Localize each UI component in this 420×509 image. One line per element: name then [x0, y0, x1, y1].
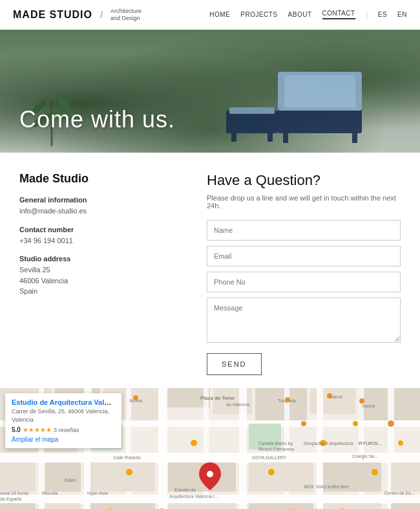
- svg-rect-11: [284, 75, 355, 107]
- nav-projects[interactable]: PROJECTS: [240, 11, 277, 18]
- rating-number: 5.0: [12, 426, 21, 433]
- svg-rect-8: [268, 131, 273, 142]
- address-line1: Sevilla 25: [19, 266, 50, 274]
- svg-point-63: [126, 469, 132, 475]
- hero-chair-icon: [226, 59, 368, 143]
- svg-rect-46: [0, 503, 36, 509]
- site-header: MADE STUDIO / Architecture and Design HO…: [0, 0, 420, 30]
- expand-map-link[interactable]: Ampliar el mapa: [12, 436, 115, 443]
- svg-rect-41: [90, 462, 155, 492]
- svg-rect-30: [158, 388, 167, 509]
- main-nav: HOME PROJECTS ABOUT CONTACT | ES EN: [209, 10, 407, 19]
- studio-address: Sevilla 25 46006 Valencia Spain: [19, 265, 181, 297]
- general-info-label: General information: [19, 196, 181, 204]
- svg-rect-47: [45, 503, 81, 509]
- svg-point-125: [133, 395, 138, 400]
- logo-text: MADE STUDIO: [13, 9, 92, 21]
- svg-rect-51: [323, 503, 381, 509]
- logo-area: MADE STUDIO / Architecture and Design: [13, 8, 142, 22]
- svg-rect-52: [391, 503, 420, 509]
- main-content: Made Studio General information info@mad…: [0, 153, 420, 388]
- contact-form-section: Have a Question? Please drop us a line a…: [207, 172, 401, 375]
- form-heading: Have a Question?: [207, 172, 401, 189]
- svg-text:Despacho 8-arquitectura: Despacho 8-arquitectura: [304, 441, 353, 446]
- general-info-email: info@made-studio.es: [19, 206, 181, 217]
- svg-point-74: [301, 421, 306, 426]
- reviews-count: 3 reseñas: [54, 427, 79, 433]
- contact-info-heading: Made Studio: [19, 172, 181, 186]
- svg-text:Miscota: Miscota: [42, 491, 58, 495]
- nav-lang-en[interactable]: EN: [397, 11, 407, 18]
- map-container[interactable]: Calle Roberto GOYA GALLERY Estudio de Ar…: [0, 388, 420, 509]
- contact-number-label: Contact number: [19, 226, 181, 233]
- svg-text:Colegio Nu...: Colegio Nu...: [352, 454, 379, 459]
- svg-rect-48: [90, 503, 155, 509]
- svg-rect-39: [0, 462, 36, 492]
- svg-rect-5: [226, 111, 278, 133]
- svg-rect-49: [168, 503, 236, 509]
- nav-lang-es[interactable]: ES: [378, 11, 387, 18]
- svg-point-67: [372, 469, 378, 475]
- svg-rect-6: [229, 107, 275, 114]
- svg-text:de Valencia: de Valencia: [226, 402, 249, 407]
- hero-title: Come with us.: [19, 106, 175, 133]
- map-card-inner: Estudio de Arquitectura Valen... Cómo ll…: [12, 398, 115, 443]
- svg-text:WOK XIAO buffet libre: WOK XIAO buffet libre: [304, 484, 349, 489]
- svg-rect-12: [283, 131, 288, 143]
- svg-point-123: [359, 398, 364, 404]
- name-input[interactable]: [207, 220, 401, 241]
- svg-rect-22: [255, 388, 307, 420]
- svg-point-64: [191, 440, 197, 446]
- svg-point-122: [327, 393, 332, 398]
- svg-text:Saona: Saona: [362, 404, 375, 408]
- svg-rect-9: [278, 107, 362, 133]
- svg-text:Estudio de: Estudio de: [174, 488, 196, 492]
- rating-stars: ★★★★★: [23, 426, 52, 433]
- map-card-address: Carrer de Sevilla, 25, 46006 Valencia,Va…: [12, 407, 115, 424]
- map-info-card: Estudio de Arquitectura Valen... Cómo ll…: [5, 393, 121, 448]
- svg-point-124: [388, 420, 394, 427]
- svg-text:racia 24 horas: racia 24 horas: [0, 491, 29, 495]
- map-card-rating: 5.0 ★★★★★ 3 reseñas: [12, 426, 115, 433]
- svg-point-121: [285, 397, 290, 402]
- hero-section: Come with us.: [0, 30, 420, 153]
- svg-text:Plaza de Toros: Plaza de Toros: [200, 395, 235, 401]
- logo-divider: /: [100, 10, 103, 20]
- nav-contact[interactable]: CONTACT: [322, 10, 355, 19]
- email-input[interactable]: [207, 246, 401, 266]
- svg-text:Balón: Balón: [65, 478, 76, 482]
- svg-text:Calle Roberto: Calle Roberto: [113, 455, 141, 460]
- svg-rect-45: [391, 462, 420, 492]
- studio-address-label: Studio address: [19, 255, 181, 263]
- svg-text:Hiper Asia: Hiper Asia: [87, 491, 108, 496]
- svg-rect-40: [45, 462, 81, 492]
- address-line2: 46006 Valencia: [19, 277, 68, 285]
- address-line3: Spain: [19, 287, 37, 295]
- form-description: Please drop us a line and we will get in…: [207, 194, 401, 210]
- svg-point-72: [353, 421, 358, 426]
- svg-text:Canalla Bistro by: Canalla Bistro by: [258, 441, 293, 446]
- svg-point-65: [268, 469, 275, 475]
- contact-phone: +34 96 194 0011: [19, 235, 181, 246]
- svg-point-75: [398, 440, 403, 446]
- svg-text:de España: de España: [0, 497, 22, 502]
- svg-text:GOYA GALLERY: GOYA GALLERY: [252, 455, 287, 460]
- svg-text:Centro de Es...: Centro de Es...: [384, 491, 415, 495]
- svg-point-82: [207, 471, 213, 477]
- message-input[interactable]: [207, 298, 401, 343]
- nav-about[interactable]: ABOUT: [288, 11, 312, 18]
- svg-rect-61: [249, 424, 281, 449]
- nav-separator: |: [366, 10, 368, 19]
- phone-input[interactable]: [207, 272, 401, 292]
- logo-subtitle: Architecture and Design: [110, 8, 142, 22]
- svg-rect-7: [231, 131, 236, 142]
- nav-home[interactable]: HOME: [209, 11, 230, 18]
- svg-rect-13: [352, 131, 357, 143]
- contact-info-section: Made Studio General information info@mad…: [19, 172, 181, 375]
- map-card-title: Estudio de Arquitectura Valen... Cómo ll…: [12, 398, 115, 406]
- svg-rect-50: [249, 503, 313, 509]
- svg-text:Arquitectura Valencia I...: Arquitectura Valencia I...: [169, 494, 218, 499]
- send-button[interactable]: SEND: [207, 353, 262, 375]
- svg-text:RYUKIS...: RYUKIS...: [359, 440, 382, 446]
- map-section: Calle Roberto GOYA GALLERY Estudio de Ar…: [0, 388, 420, 509]
